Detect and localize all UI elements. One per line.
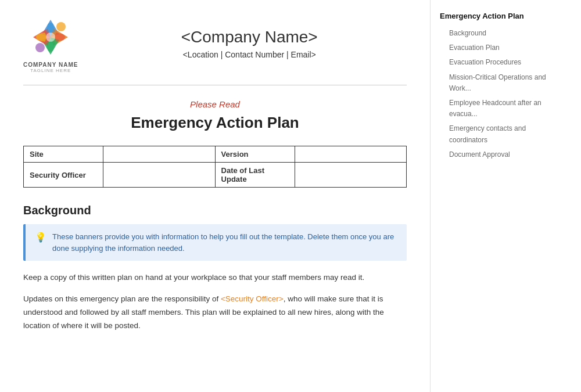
info-banner: 💡 These banners provide you with informa… (23, 224, 407, 261)
company-logo (27, 14, 74, 60)
table-row: Site Version (24, 146, 407, 163)
main-content: COMPANY NAME TAGLINE HERE <Company Name>… (0, 0, 430, 392)
banner-text: These banners provide you with informati… (52, 231, 397, 254)
sidebar-title: Emergency Action Plan (440, 12, 560, 20)
version-label: Version (215, 146, 295, 163)
logo-company-name: COMPANY NAME (23, 62, 78, 68)
date-value[interactable] (295, 163, 406, 188)
page-title: Emergency Action Plan (23, 114, 407, 132)
table-row: Security Officer Date of Last Update (24, 163, 407, 188)
background-title: Background (23, 204, 407, 217)
site-value[interactable] (103, 146, 215, 163)
header-divider (23, 85, 407, 85)
svg-point-0 (56, 22, 66, 31)
svg-point-1 (35, 43, 45, 52)
please-read-label: Please Read (23, 99, 407, 109)
sidebar-item-evacuation-procedures[interactable]: Evacuation Procedures (440, 55, 560, 70)
date-label: Date of Last Update (215, 163, 295, 188)
company-info: <Company Name> <Location | Contact Numbe… (92, 28, 407, 59)
svg-point-2 (46, 33, 55, 42)
security-officer-value[interactable] (103, 163, 215, 188)
logo-tagline: TAGLINE HERE (30, 68, 71, 73)
sidebar-item-evacuation-plan[interactable]: Evacuation Plan (440, 41, 560, 55)
company-name: <Company Name> (92, 28, 407, 46)
security-officer-highlight: <Security Officer> (221, 294, 284, 303)
lightbulb-icon: 💡 (35, 232, 46, 243)
sidebar-item-employee-headcount[interactable]: Employee Headcount after an evacua... (440, 96, 560, 121)
page-header: COMPANY NAME TAGLINE HERE <Company Name>… (23, 14, 407, 73)
background-para1: Keep a copy of this written plan on hand… (23, 271, 407, 285)
company-contact: <Location | Contact Number | Email> (92, 50, 407, 59)
sidebar: Emergency Action Plan Background Evacuat… (430, 0, 569, 392)
version-value[interactable] (295, 146, 406, 163)
background-para2: Updates on this emergency plan are the r… (23, 293, 407, 333)
site-label: Site (24, 146, 103, 163)
sidebar-item-mission-critical[interactable]: Mission-Critical Operations and Work... (440, 70, 560, 96)
sidebar-item-emergency-contacts[interactable]: Emergency contacts and coordinators (440, 121, 560, 147)
sidebar-item-background[interactable]: Background (440, 26, 560, 41)
sidebar-item-document-approval[interactable]: Document Approval (440, 148, 560, 162)
info-table: Site Version Security Officer Date of La… (23, 146, 407, 188)
logo-area: COMPANY NAME TAGLINE HERE (23, 14, 78, 73)
security-officer-label: Security Officer (24, 163, 103, 188)
